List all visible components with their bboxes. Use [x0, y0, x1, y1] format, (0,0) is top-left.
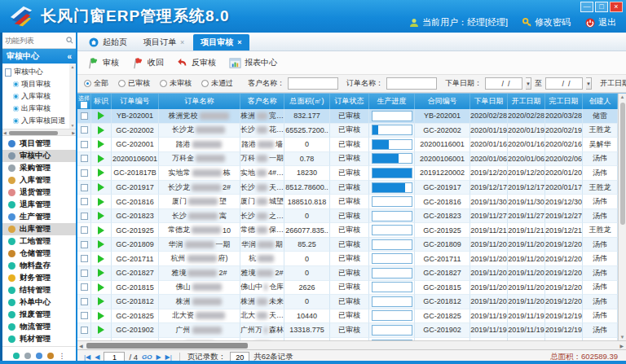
sidebar-menu-item[interactable]: 审核中心: [2, 150, 76, 162]
table-row[interactable]: YB-202001 株洲党校 株洲宽… 832.177 已审核 YB-20200…: [77, 109, 618, 124]
reverse-audit-button[interactable]: 反审核: [177, 57, 216, 68]
table-row[interactable]: GC-201817B 实地常栋 实地4#… 18230 已审核 20191220…: [77, 166, 618, 181]
row-select-cell[interactable]: [77, 209, 91, 224]
sidebar-menu-item[interactable]: 物料盘存: [2, 260, 76, 272]
row-select-cell[interactable]: [77, 152, 91, 167]
row-select-cell[interactable]: [77, 281, 91, 296]
sidebar-footer-icon-4[interactable]: [47, 353, 54, 359]
column-header-5[interactable]: 总面积(㎡): [284, 94, 330, 109]
radio-unaudited[interactable]: 未审核: [160, 78, 192, 89]
row-checkbox[interactable]: [81, 155, 88, 162]
table-row[interactable]: GC-202001 路港 路港墙 0 已审核 20200116001 2020/…: [77, 138, 618, 152]
table-row[interactable]: GC-201711 杭州府) 杭 0 已审核 GC-201711 2019/11…: [77, 252, 618, 266]
column-header-7[interactable]: 生产进度: [369, 94, 415, 109]
sidebar-menu-item[interactable]: 退货管理: [2, 186, 76, 199]
table-row[interactable]: GC-201827 雅境2# 雅境2# 0 已审核 GC-201827 2019…: [77, 266, 618, 281]
table-row[interactable]: GC-202002 长沙龙 长沙花… 65525.7200.. 已审核 GC-2…: [77, 124, 618, 138]
table-row[interactable]: GC-201812 株洲 株洲未来 0 已审核 GC-201812 2019/1…: [77, 295, 618, 309]
more-icon[interactable]: ⋮: [59, 353, 66, 359]
column-header-3[interactable]: 订单名称: [159, 94, 240, 109]
scroll-right-icon[interactable]: ▶: [619, 343, 624, 349]
sidebar-menu-item[interactable]: 报废管理: [2, 309, 76, 321]
table-row[interactable]: GC-201823 长沙寓 长沙之… 0 已审核 GC-201823 2019/…: [77, 209, 618, 224]
column-header-6[interactable]: 订单状态: [330, 94, 369, 109]
order-date-to-input[interactable]: [545, 77, 583, 90]
tree-vertical-scrollbar[interactable]: ▲ ▼: [69, 64, 76, 129]
column-header-1[interactable]: 标识: [91, 94, 112, 109]
row-select-cell[interactable]: [77, 109, 91, 124]
row-checkbox[interactable]: [81, 169, 88, 177]
table-row[interactable]: 20200106001 万科金 万科一期 0.78 已审核 2020010600…: [77, 152, 618, 167]
logout-button[interactable]: 退出: [585, 16, 616, 29]
row-select-cell[interactable]: [77, 138, 91, 152]
row-checkbox[interactable]: [81, 226, 88, 234]
radio-icon[interactable]: [160, 80, 167, 87]
scroll-right-icon[interactable]: ▶: [72, 129, 75, 137]
column-header-8[interactable]: 合同编号: [415, 94, 470, 109]
row-select-cell[interactable]: [77, 124, 91, 138]
retract-button[interactable]: 收回: [132, 57, 164, 69]
row-checkbox[interactable]: [81, 283, 88, 291]
row-checkbox[interactable]: [81, 126, 88, 134]
sidebar-menu-item[interactable]: 入库管理: [2, 174, 76, 186]
radio-icon[interactable]: [201, 80, 209, 87]
tree-scroll-thumb[interactable]: [9, 131, 58, 135]
scroll-down-icon[interactable]: ▼: [71, 123, 75, 128]
row-checkbox[interactable]: [81, 312, 88, 319]
table-row[interactable]: GC-201809 华润一期 华润期 85.25 已审核 GC-201809 2…: [77, 238, 618, 252]
radio-all[interactable]: 全部: [84, 78, 108, 89]
sidebar-menu-item[interactable]: 结转管理: [2, 284, 76, 296]
grid-horizontal-scrollbar[interactable]: ◀ ▶: [77, 340, 626, 349]
search-icon[interactable]: [66, 37, 73, 44]
sidebar-menu-item[interactable]: 工地管理: [2, 235, 76, 248]
horizontal-scroll-thumb[interactable]: [86, 343, 248, 349]
sidebar-menu-item[interactable]: 物流管理: [2, 321, 76, 333]
table-row[interactable]: GC-201902 广州 广州万森林 13318.775 已审核 GC-2019…: [77, 323, 618, 338]
column-header-10[interactable]: 开工日期: [508, 94, 545, 109]
tree-item[interactable]: 入库审核: [5, 90, 69, 103]
report-center-button[interactable]: 报表中心: [229, 57, 277, 69]
order-date-input[interactable]: [485, 77, 522, 90]
select-all-checkbox[interactable]: [81, 102, 87, 108]
tab-close-icon[interactable]: ×: [237, 38, 241, 46]
row-select-cell[interactable]: [77, 181, 91, 195]
row-select-cell[interactable]: [77, 323, 91, 338]
tree-item[interactable]: 入库审核回退: [5, 115, 69, 127]
row-checkbox[interactable]: [81, 327, 88, 334]
tree-item[interactable]: 出库审核: [5, 103, 69, 115]
prev-page-button[interactable]: ◀: [95, 353, 99, 361]
row-checkbox[interactable]: [81, 255, 88, 262]
row-select-cell[interactable]: [77, 295, 91, 309]
row-checkbox[interactable]: [81, 241, 88, 248]
close-button[interactable]: ×: [610, 2, 623, 12]
scroll-up-icon[interactable]: ▲: [71, 64, 75, 69]
sidebar-menu-item[interactable]: 财务管理: [2, 272, 76, 284]
sidebar-menu-item[interactable]: 采购管理: [2, 162, 76, 174]
first-page-button[interactable]: |◀: [84, 353, 90, 361]
vertical-scroll-thumb[interactable]: [620, 103, 625, 225]
tree-item[interactable]: 项目审核: [5, 78, 69, 90]
table-row[interactable]: GC-201917 长沙龙2# 长沙天… 8512.78600.. 已审核 GC…: [77, 181, 618, 195]
maximize-button[interactable]: □: [595, 2, 608, 12]
tab-home[interactable]: 起始页: [82, 34, 134, 50]
sidebar-menu-item[interactable]: 项目管理: [2, 138, 76, 150]
tree-item[interactable]: 审核中心: [5, 66, 69, 78]
next-page-button[interactable]: ▶: [156, 353, 161, 361]
tab-close-icon[interactable]: ×: [180, 38, 184, 46]
sidebar-menu-item[interactable]: 出库管理: [2, 223, 76, 235]
row-select-cell[interactable]: [77, 223, 91, 238]
table-row[interactable]: GC-201825 北大资 北大天… 10440 已审核 GC-201825 2…: [77, 309, 618, 324]
collapse-icon[interactable]: «: [67, 52, 72, 61]
column-header-0[interactable]: 选择: [77, 94, 91, 109]
row-select-cell[interactable]: [77, 309, 91, 324]
sidebar-panel-header[interactable]: 审核中心 «: [2, 49, 76, 64]
column-header-4[interactable]: 客户名称: [240, 94, 284, 109]
row-checkbox[interactable]: [81, 184, 88, 191]
sidebar-footer-icon-1[interactable]: [13, 353, 20, 359]
scroll-up-icon[interactable]: ▲: [619, 94, 626, 99]
go-button[interactable]: GO: [142, 353, 152, 361]
row-checkbox[interactable]: [81, 270, 88, 277]
column-header-2[interactable]: 订单编号: [112, 94, 159, 109]
tab-project-orders[interactable]: 项目订单 ×: [136, 34, 192, 50]
row-select-cell[interactable]: [77, 166, 91, 181]
